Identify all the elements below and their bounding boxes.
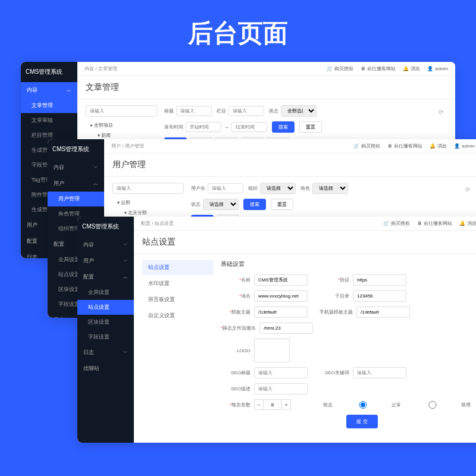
nav-field[interactable]: 字段设置 (77, 330, 134, 345)
radio-on[interactable]: 正常 (336, 401, 401, 409)
refresh-icon[interactable]: ⟳ (465, 186, 470, 193)
search-button[interactable]: 搜索 (243, 199, 266, 210)
cart-icon: 🛒 (327, 66, 333, 71)
input-seo-desc[interactable] (254, 383, 308, 394)
cart-icon: 🛒 (383, 221, 389, 226)
tree-search[interactable] (112, 183, 184, 194)
refresh-icon[interactable]: ⟳ (439, 109, 443, 115)
logo-upload[interactable] (254, 339, 290, 362)
screen-icon: 🖥 (361, 66, 365, 71)
step-plus[interactable]: + (281, 399, 291, 410)
reset-button[interactable]: 重置 (299, 121, 322, 133)
nav-sec-content[interactable]: 内容﹀ (48, 159, 104, 176)
tab-watermark[interactable]: 水印设置 (142, 276, 214, 291)
input-domain[interactable] (254, 290, 308, 302)
tab-custom[interactable]: 自定义设置 (142, 308, 214, 323)
app-logo: CMS管理系统 (48, 139, 104, 159)
search-button[interactable]: 搜索 (272, 121, 295, 133)
cart-icon: 🛒 (353, 143, 359, 149)
page-stepper[interactable]: −+ (254, 399, 291, 410)
page-title: 用户管理 (104, 154, 476, 177)
tree-search[interactable] (86, 105, 157, 117)
msg-link[interactable]: 🔔消息 (430, 143, 447, 149)
nav-site[interactable]: 站点设置 (77, 300, 134, 315)
buy-link[interactable]: 🛒购买授权 (353, 143, 380, 149)
step-minus[interactable]: − (254, 399, 264, 410)
input-seo-keywords[interactable] (353, 367, 406, 378)
breadcrumb: 用户 / 用户管理 (111, 143, 144, 149)
nav-sec-user[interactable]: 用户︿ (48, 176, 104, 192)
nav-sec-user[interactable]: 用户﹀ (77, 253, 134, 269)
tree-root[interactable]: ▸ 全部项目 (86, 120, 157, 130)
filter-col[interactable] (228, 106, 264, 116)
nav-article-mgmt[interactable]: 文章管理 (21, 98, 77, 113)
screen-icon: 🖥 (417, 221, 422, 226)
nav-sec-content[interactable]: 内容﹀ (77, 237, 134, 253)
nav-article-audit[interactable]: 文章审核 (21, 113, 77, 128)
page-title: 文章管理 (77, 76, 455, 99)
input-static-suffix[interactable] (259, 322, 313, 334)
msg-link[interactable]: 🔔消息 (403, 65, 420, 72)
tab-guestbook[interactable]: 留言板设置 (142, 292, 214, 307)
fore-link[interactable]: 🖥前往播客网站 (361, 65, 396, 72)
nav-sec-chat[interactable]: 优聊站 (77, 361, 134, 377)
filter-status[interactable]: 请选择 (203, 199, 239, 210)
breadcrumb: 配置 / 站点设置 (141, 220, 174, 227)
fore-link[interactable]: 🖥前往播客网站 (417, 220, 452, 227)
filter-start[interactable] (186, 122, 221, 132)
nav-sec-log[interactable]: 日志﹀ (77, 345, 134, 361)
input-tpl-mobile[interactable] (356, 306, 410, 318)
filter-user[interactable] (208, 183, 243, 193)
screen-icon: 🖥 (387, 143, 392, 149)
filter-org[interactable]: 请选择 (260, 183, 296, 194)
tab-site[interactable]: 站点设置 (142, 260, 214, 275)
bell-icon: 🔔 (403, 66, 409, 71)
sidebar: CMS管理系统 内容﹀ 用户﹀ 配置︿ 全局设置 站点设置 区块设置 字段设置 … (77, 217, 134, 443)
page-title: 站点设置 (134, 231, 476, 254)
filter-end[interactable] (231, 122, 267, 132)
filter-title[interactable] (176, 106, 212, 116)
filter-status[interactable]: 全部选择 (281, 105, 317, 117)
nav-block[interactable]: 区块设置 (77, 315, 134, 330)
msg-link[interactable]: 🔔消息 (459, 220, 476, 227)
filter-role[interactable]: 请选择 (312, 183, 348, 194)
tree-root[interactable]: ▾ 总部 (112, 198, 184, 208)
input-name[interactable] (254, 274, 308, 286)
form-section-title: 基础设置 (221, 260, 476, 268)
user-icon: 👤 (454, 143, 460, 149)
radio-off[interactable]: 禁用 (406, 401, 471, 409)
user-menu[interactable]: 👤admin (454, 143, 475, 149)
fore-link[interactable]: 🖥前往播客网站 (387, 143, 422, 149)
input-tpl[interactable] (254, 306, 308, 318)
hero-title: 后台页面 (0, 0, 476, 62)
nav-global[interactable]: 全局设置 (77, 285, 134, 300)
app-logo: CMS管理系统 (77, 217, 134, 237)
screenshot-settings: CMS管理系统 内容﹀ 用户﹀ 配置︿ 全局设置 站点设置 区块设置 字段设置 … (77, 217, 476, 443)
reset-button[interactable]: 重置 (271, 199, 293, 210)
nav-sec-config[interactable]: 配置︿ (77, 269, 134, 285)
input-proto[interactable] (353, 274, 406, 286)
user-menu[interactable]: 👤admin (427, 66, 448, 71)
app-logo: CMS管理系统 (21, 62, 77, 82)
input-subdir[interactable] (353, 290, 406, 302)
bell-icon: 🔔 (430, 143, 436, 149)
input-seo-title[interactable] (254, 367, 308, 378)
submit-button[interactable]: 提 交 (346, 415, 377, 428)
buy-link[interactable]: 🛒购买授权 (327, 65, 353, 72)
nav-sec-content[interactable]: 内容︿ (21, 82, 77, 98)
breadcrumb: 内容 / 文章管理 (84, 65, 117, 72)
user-icon: 👤 (427, 66, 433, 71)
chevron-up-icon: ︿ (67, 87, 71, 93)
bell-icon: 🔔 (459, 221, 465, 226)
buy-link[interactable]: 🛒购买授权 (383, 220, 410, 227)
nav-user-mgmt[interactable]: 用户管理 (48, 192, 104, 206)
step-value[interactable] (264, 399, 281, 410)
